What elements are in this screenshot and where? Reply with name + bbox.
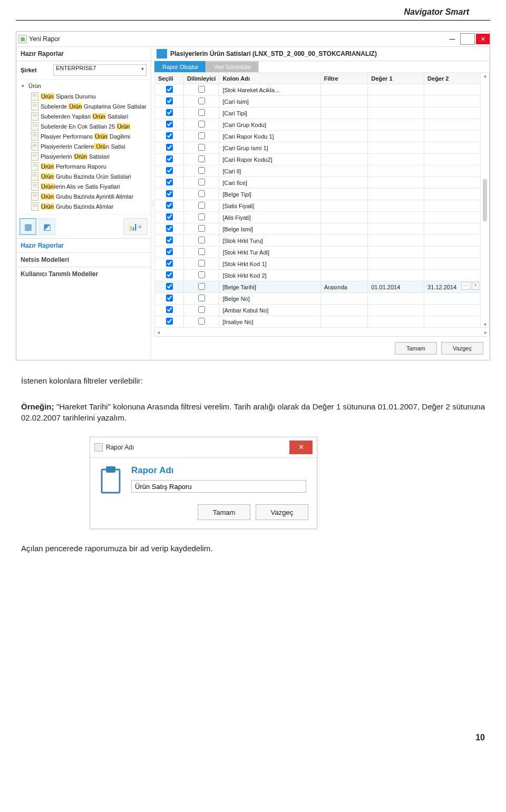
grid-view-button[interactable]: ▦ xyxy=(20,218,36,235)
secili-checkbox[interactable] xyxy=(166,144,173,151)
dilimleyici-checkbox[interactable] xyxy=(198,144,205,151)
deger2-cell[interactable] xyxy=(424,165,481,177)
dilimleyici-checkbox[interactable] xyxy=(198,295,205,301)
secili-checkbox[interactable] xyxy=(166,121,173,128)
secili-checkbox[interactable] xyxy=(166,283,173,290)
tree-item[interactable]: Subelerde En Cok Satilan 25 Ürün xyxy=(31,121,148,131)
dilimleyici-checkbox[interactable] xyxy=(198,202,205,209)
dilimleyici-checkbox[interactable] xyxy=(198,121,205,128)
deger1-cell[interactable] xyxy=(368,200,424,212)
filtre-cell[interactable] xyxy=(320,223,368,235)
tree-item[interactable]: Ürün Grubu Bazinda Ayrintili Alimlar xyxy=(31,191,148,201)
deger2-cell[interactable] xyxy=(424,305,481,316)
tree-item[interactable]: Subelerde Ürün Gruplarina Göre Satislar xyxy=(31,101,148,111)
deger2-cell[interactable] xyxy=(424,316,481,328)
accordion-hazir[interactable]: Hazır Raporlar xyxy=(16,238,151,253)
tree-item[interactable]: Plasiyerlerin Carilere Ürün Satisi xyxy=(31,141,148,151)
deger1-cell[interactable] xyxy=(368,270,424,281)
dialog-vazgec-button[interactable]: Vazgeç xyxy=(256,504,308,520)
dilimleyici-checkbox[interactable] xyxy=(198,318,205,325)
dilimleyici-checkbox[interactable] xyxy=(198,155,205,162)
secili-checkbox[interactable] xyxy=(166,155,173,162)
tree-item[interactable]: Subelerden Yapilan Ürün Satislari xyxy=(31,111,148,121)
secili-checkbox[interactable] xyxy=(166,86,173,93)
filtre-cell[interactable] xyxy=(320,142,368,154)
secili-checkbox[interactable] xyxy=(166,237,173,243)
tree-item[interactable]: Plasiyerlerin Ürün Satislari xyxy=(31,151,148,161)
accordion-netsis[interactable]: Netsis Modelleri xyxy=(16,253,151,267)
deger2-cell[interactable] xyxy=(424,189,481,200)
deger1-cell[interactable] xyxy=(368,316,424,328)
filtre-cell[interactable] xyxy=(320,316,368,328)
filtre-cell[interactable]: Arasında xyxy=(320,281,368,293)
filtre-cell[interactable] xyxy=(320,235,368,247)
filtre-cell[interactable] xyxy=(320,119,368,131)
deger1-cell[interactable] xyxy=(368,84,424,96)
deger1-cell[interactable]: 01.01.2014 xyxy=(368,281,424,293)
deger2-cell[interactable] xyxy=(424,119,481,131)
deger1-cell[interactable] xyxy=(368,96,424,107)
dilimleyici-checkbox[interactable] xyxy=(198,109,205,116)
deger1-cell[interactable] xyxy=(368,247,424,258)
dilimleyici-checkbox[interactable] xyxy=(198,97,205,104)
deger2-cell[interactable] xyxy=(424,84,481,96)
tab-veri-goruntule[interactable]: Veri Görüntüle xyxy=(206,61,258,72)
filtre-cell[interactable] xyxy=(320,305,368,316)
filtre-cell[interactable] xyxy=(320,96,368,107)
tamam-button[interactable]: Tamam xyxy=(395,342,437,355)
deger1-cell[interactable] xyxy=(368,235,424,247)
grid-row[interactable]: [Alis Fiyati] xyxy=(155,212,481,223)
tree-item[interactable]: Ürünlerin Alis ve Satis Fiyatlari xyxy=(31,181,148,191)
filtre-cell[interactable] xyxy=(320,154,368,165)
secili-checkbox[interactable] xyxy=(166,132,173,139)
grid-row[interactable]: [Stok Hrkt Tur Adi] xyxy=(155,247,481,258)
dilimleyici-checkbox[interactable] xyxy=(198,167,205,174)
deger1-cell[interactable] xyxy=(368,107,424,119)
accordion-kullanici[interactable]: Kullanıcı Tanımlı Modeller xyxy=(16,267,151,281)
deger1-cell[interactable] xyxy=(368,131,424,142)
dialog-tamam-button[interactable]: Tamam xyxy=(198,504,250,520)
secili-checkbox[interactable] xyxy=(166,190,173,197)
tree-item[interactable]: Ürün Grubu Bazinda Ürün Satislari xyxy=(31,171,148,181)
grid-row[interactable]: [Irsaliye No] xyxy=(155,316,481,328)
deger2-cell[interactable] xyxy=(424,223,481,235)
deger1-cell[interactable] xyxy=(368,119,424,131)
deger2-cell[interactable] xyxy=(424,212,481,223)
tab-rapor-olustur[interactable]: Rapor Oluştur xyxy=(154,61,206,72)
deger2-cell[interactable] xyxy=(424,200,481,212)
filtre-cell[interactable] xyxy=(320,200,368,212)
grid-row[interactable]: [Stok Hrkt Kod 1] xyxy=(155,258,481,270)
filtre-cell[interactable] xyxy=(320,107,368,119)
tree-item[interactable]: Plasiyer Performans Ürün Dagilimi xyxy=(31,131,148,141)
deger1-cell[interactable] xyxy=(368,142,424,154)
deger1-cell[interactable] xyxy=(368,293,424,305)
deger2-cell[interactable] xyxy=(424,258,481,270)
filtre-cell[interactable] xyxy=(320,189,368,200)
secili-checkbox[interactable] xyxy=(166,225,173,232)
tree-item[interactable]: Ürün Performans Raporu xyxy=(31,161,148,171)
deger2-cell[interactable] xyxy=(424,131,481,142)
dilimleyici-checkbox[interactable] xyxy=(198,283,205,290)
deger2-cell[interactable] xyxy=(424,154,481,165)
grid-row[interactable]: [Belge Tipi] xyxy=(155,189,481,200)
deger2-cell[interactable] xyxy=(424,235,481,247)
secili-checkbox[interactable] xyxy=(166,213,173,220)
dilimleyici-checkbox[interactable] xyxy=(198,213,205,220)
deger2-cell[interactable] xyxy=(424,142,481,154)
secili-checkbox[interactable] xyxy=(166,271,173,278)
grid-row[interactable]: [Satis Fiyati] xyxy=(155,200,481,212)
pivot-view-button[interactable]: ◩ xyxy=(38,218,55,235)
grid-row[interactable]: [Cari Rapor Kodu2] xyxy=(155,154,481,165)
deger2-cell[interactable] xyxy=(424,177,481,189)
grid-row[interactable]: [Cari Ilce] xyxy=(155,177,481,189)
tree-item[interactable]: Ürün Grubu Bazinda Alimlar xyxy=(31,201,148,211)
filtre-cell[interactable] xyxy=(320,258,368,270)
grid-row[interactable]: [Cari Isim] xyxy=(155,96,481,107)
secili-checkbox[interactable] xyxy=(166,295,173,301)
deger2-cell[interactable] xyxy=(424,96,481,107)
filtre-cell[interactable] xyxy=(320,270,368,281)
deger1-cell[interactable] xyxy=(368,165,424,177)
filtre-cell[interactable] xyxy=(320,177,368,189)
grid-row[interactable]: [Belge Ismi] xyxy=(155,223,481,235)
secili-checkbox[interactable] xyxy=(166,202,173,209)
